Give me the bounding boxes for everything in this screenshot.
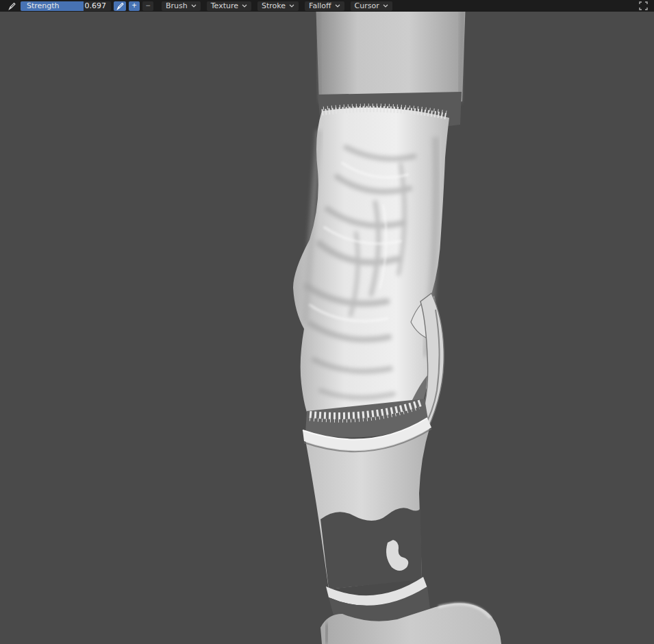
chevron-down-icon (289, 4, 294, 8)
chevron-down-icon (242, 4, 247, 8)
dropdown-texture-label: Texture (211, 1, 238, 11)
brush-icon (116, 1, 125, 10)
chevron-down-icon (335, 4, 340, 8)
cloth-sleeve (293, 106, 449, 419)
dropdown-falloff[interactable]: Falloff (305, 1, 344, 11)
add-brush-button[interactable]: + (129, 1, 140, 11)
dropdown-brush-label: Brush (166, 1, 188, 11)
dropdown-stroke-label: Stroke (262, 1, 286, 11)
remove-brush-button[interactable]: − (142, 1, 153, 11)
dropdown-cursor[interactable]: Cursor (351, 1, 392, 11)
dropdown-texture[interactable]: Texture (207, 1, 251, 11)
top-toolbar: Strength 0.697 + − Brush Texture Stroke … (0, 0, 654, 12)
strength-label: Strength (27, 1, 60, 11)
dropdown-stroke[interactable]: Stroke (257, 1, 299, 11)
strength-slider[interactable]: Strength 0.697 (21, 1, 111, 11)
dropdown-cursor-label: Cursor (355, 1, 379, 11)
3d-viewport[interactable] (0, 0, 654, 644)
brush-tool-button[interactable] (5, 1, 18, 11)
strength-value: 0.697 (85, 1, 107, 11)
chevron-down-icon (191, 4, 197, 8)
dropdown-brush[interactable]: Brush (162, 1, 201, 11)
brush-icon (8, 1, 16, 10)
corner-brackets-icon (639, 1, 648, 10)
dropdown-falloff-label: Falloff (309, 1, 331, 11)
corner-brackets-button[interactable] (638, 1, 649, 11)
brush-settings-toggle-button[interactable] (114, 1, 126, 11)
chevron-down-icon (383, 4, 388, 8)
